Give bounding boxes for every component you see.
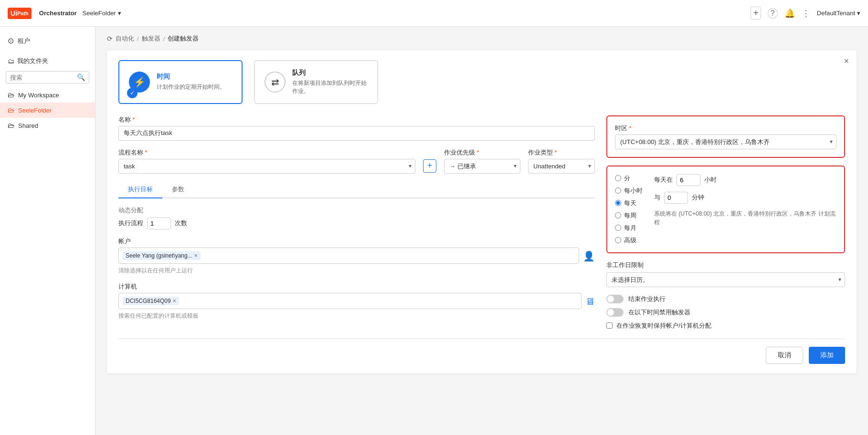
account-clear-hint: 清除选择以在任何用户上运行 (118, 267, 595, 275)
exec-flow-row: 执行流程 次数 (118, 218, 595, 229)
computer-tag: DCI5CG8164Q09 × (123, 297, 179, 305)
help-icon[interactable]: ? (768, 8, 778, 19)
exec-flow-input[interactable] (147, 218, 171, 229)
daily-minute-input[interactable] (664, 192, 688, 204)
breadcrumb-trigger[interactable]: 触发器 (142, 34, 160, 43)
radio-advanced-input[interactable] (615, 237, 621, 243)
trigger-card-time-desc: 计划作业的定期开始时间。 (157, 83, 225, 91)
radio-per-month[interactable]: 每月 (615, 224, 643, 232)
trigger-card-time-title: 时间 (157, 72, 225, 81)
timezone-select-wrapper: (UTC+08:00) 北京，重庆，香港特别行政区，乌鲁木齐 (615, 135, 836, 149)
job-type-select[interactable]: Unattended (528, 159, 595, 174)
sidebar-my-folder: 🗂 我的文件夹 (0, 53, 95, 69)
form-right: 时区 * (UTC+08:00) 北京，重庆，香港特别行政区，乌鲁木齐 (606, 115, 845, 335)
computer-group: 计算机 DCI5CG8164Q09 × 🖥 搜索任何已 (118, 282, 595, 320)
computer-row: 计算机 DCI5CG8164Q09 × 🖥 搜索任何已 (118, 282, 595, 320)
daily-label2: 小时 (704, 176, 717, 184)
account-tag-input[interactable]: Seele Yang (gsinet\yang... × (118, 248, 579, 264)
radio-per-month-label: 每月 (624, 224, 636, 232)
job-type-required: * (553, 149, 557, 156)
folder-nav[interactable]: SeeleFolder ▾ (83, 10, 121, 17)
add-process-button[interactable]: + (423, 159, 436, 173)
close-button[interactable]: × (844, 56, 849, 66)
sidebar-item-my-workspace[interactable]: 🗁 My Workspace (0, 87, 95, 103)
radio-per-month-input[interactable] (615, 225, 621, 231)
schedule-settings: 每天在 小时 与 分钟 系统将在 (UTC+08:00) 北京，重庆，香港特别行… (650, 174, 836, 245)
form-left: 名称 * 流程名称 * task (118, 115, 595, 335)
more-icon[interactable]: ⋮ (802, 8, 810, 19)
trigger-card-queue[interactable]: ⇄ 队列 在将新项目添加到队列时开始作业。 (254, 60, 378, 104)
search-icon: 🔍 (77, 73, 85, 81)
radio-fen-label: 分 (624, 174, 630, 183)
orchestrator-label: Orchestrator (39, 10, 77, 17)
folder-name: SeeleFolder (83, 10, 116, 17)
daily-hour-input[interactable] (677, 174, 700, 186)
name-input[interactable] (118, 126, 595, 141)
account-tag-remove[interactable]: × (194, 252, 198, 259)
bell-icon[interactable]: 🔔 (784, 8, 795, 19)
radio-per-hour[interactable]: 每小时 (615, 186, 643, 195)
radio-per-week-input[interactable] (615, 212, 621, 218)
cancel-button[interactable]: 取消 (766, 347, 803, 364)
priority-group: 作业优先级 * → 已继承 (444, 148, 520, 174)
main-content: ⟳ 自动化 / 触发器 / 创建触发器 × ⚡ 时间 计划作业的定期开始时间。 … (95, 27, 868, 435)
breadcrumb-sep2: / (163, 35, 165, 42)
computer-icon[interactable]: 🖥 (585, 296, 595, 307)
schedule-options: 分 每小时 每天 (615, 174, 836, 245)
account-group: 帐户 Seele Yang (gsinet\yang... × 👤 (118, 237, 595, 275)
radio-per-day-input[interactable] (615, 200, 621, 206)
computer-tag-remove[interactable]: × (173, 298, 176, 304)
radio-advanced[interactable]: 高级 (615, 236, 643, 245)
add-button[interactable]: 添加 (809, 347, 845, 364)
timezone-select[interactable]: (UTC+08:00) 北京，重庆，香港特别行政区，乌鲁木齐 (615, 135, 836, 149)
queue-icon: ⇄ (265, 72, 286, 93)
breadcrumb-automation[interactable]: 自动化 (116, 34, 134, 43)
tenant-selector[interactable]: DefaultTenant ▾ (817, 10, 860, 17)
alloc-checkbox[interactable] (606, 322, 613, 329)
alloc-checkbox-label: 在作业恢复时保持帐户/计算机分配 (616, 321, 711, 330)
tenant-name: DefaultTenant (817, 10, 855, 17)
process-select[interactable]: task (118, 159, 415, 174)
sidebar-item-seele-folder[interactable]: 🗁 SeeleFolder (0, 103, 95, 118)
nwd-select[interactable]: 未选择日历。 (606, 272, 845, 287)
process-select-wrapper: task (118, 159, 415, 174)
nwd-section: 非工作日限制 未选择日历。 (606, 261, 845, 287)
nwd-label: 非工作日限制 (606, 261, 845, 269)
my-folder-label: 我的文件夹 (17, 57, 48, 65)
stop-toggle[interactable] (606, 295, 624, 303)
process-label: 流程名称 * (118, 148, 415, 157)
schedule-box: 分 每小时 每天 (606, 166, 845, 253)
computer-tag-input[interactable]: DCI5CG8164Q09 × (118, 293, 582, 309)
timezone-required: * (627, 124, 632, 132)
sidebar-item-shared[interactable]: 🗁 Shared (0, 118, 95, 133)
schedule-radios: 分 每小时 每天 (615, 174, 643, 245)
disable-toggle[interactable] (606, 308, 624, 317)
logo-ui: Ui (11, 10, 17, 17)
radio-per-hour-input[interactable] (615, 187, 621, 194)
priority-select[interactable]: → 已继承 (444, 159, 520, 174)
search-input[interactable] (10, 74, 77, 81)
sidebar-tenant: ⊙ 租户 (0, 32, 95, 53)
job-type-group: 作业类型 * Unattended (528, 148, 595, 174)
breadcrumb-current: 创建触发器 (168, 34, 199, 43)
radio-per-day[interactable]: 每天 (615, 199, 643, 207)
person-icon[interactable]: 👤 (583, 250, 595, 262)
nwd-select-wrapper: 未选择日历。 (606, 272, 845, 287)
tab-params[interactable]: 参数 (162, 181, 194, 198)
checkbox-row: 在作业恢复时保持帐户/计算机分配 (606, 321, 845, 330)
name-group: 名称 * (118, 115, 595, 141)
trigger-card-time[interactable]: ⚡ 时间 计划作业的定期开始时间。 ✓ (118, 60, 243, 104)
exec-flow-unit: 次数 (175, 219, 187, 228)
folder-chevron-icon: ▾ (118, 10, 121, 17)
radio-fen[interactable]: 分 (615, 174, 643, 183)
tab-exec-target[interactable]: 执行目标 (118, 181, 162, 198)
tabs: 执行目标 参数 (118, 181, 595, 198)
radio-fen-input[interactable] (615, 175, 621, 181)
add-icon[interactable]: + (751, 7, 761, 20)
search-box[interactable]: 🔍 (6, 71, 89, 83)
radio-per-week[interactable]: 每周 (615, 211, 643, 220)
job-type-label: 作业类型 * (528, 148, 595, 157)
radio-per-hour-label: 每小时 (624, 186, 643, 195)
form-body: 名称 * 流程名称 * task (118, 115, 845, 335)
computer-hint: 搜索任何已配置的计算机或模板 (118, 312, 595, 320)
